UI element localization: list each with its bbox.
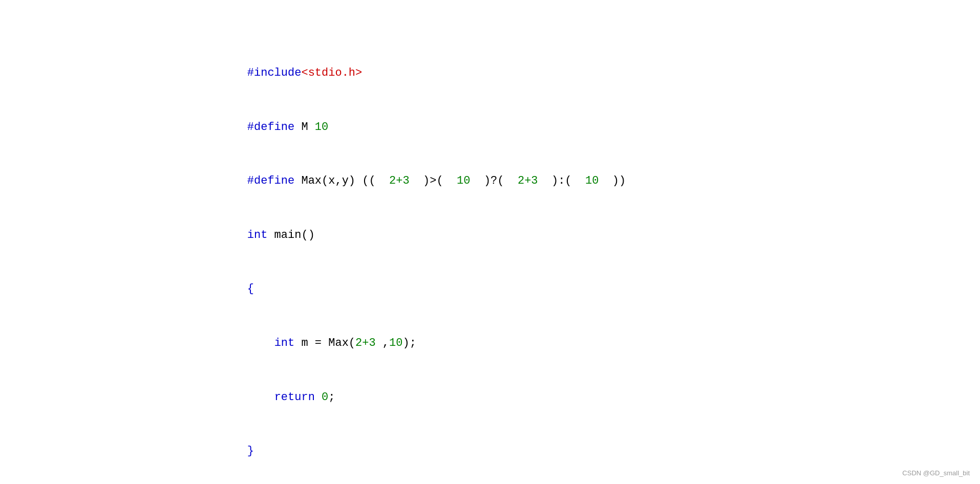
include-arg: <stdio.h> [301,67,362,79]
call-comma: , [376,337,389,349]
macro-y-val-1: 10 [457,174,470,187]
preprocessor-define-2: #define [247,174,294,187]
code-line-5: { [220,262,626,316]
code-line-3: #define Max(x,y) (( 2+3 )>( 10 )?( 2+3 )… [220,154,626,208]
main-signature: main() [267,229,314,241]
macro-body-colon: ):( [538,174,585,187]
define-name-m: M [294,121,315,134]
indent-1 [247,337,274,349]
macro-x-val: 2+3 [389,174,410,187]
macro-x-val-2: 2+3 [518,174,538,187]
code-line-8: } [220,424,626,478]
var-m-assign: m = Max( [294,337,355,349]
define-val-m: 10 [315,121,328,134]
keyword-int-m: int [274,337,295,349]
macro-body-ternary: )?( [471,174,518,187]
keyword-return: return [274,391,315,404]
code-line-6: int m = Max(2+3 ,10); [220,316,626,370]
return-zero: 0 [322,391,328,404]
indent-2 [247,391,274,404]
call-close: ); [402,337,416,349]
preprocessor-define-1: #define [247,121,294,134]
code-block: #include<stdio.h> #define M 10 #define M… [220,46,626,478]
return-semi: ; [328,391,335,404]
keyword-int-main: int [247,229,268,241]
code-line-1: #include<stdio.h> [220,46,626,100]
macro-body-close: )) [599,174,626,187]
code-line-2: #define M 10 [220,100,626,155]
open-brace: { [247,282,254,295]
call-arg-x: 2+3 [355,337,376,349]
return-val [315,391,322,404]
define-macro-name: Max(x,y) [294,174,362,187]
watermark: CSDN @GD_small_bit [902,468,970,479]
close-brace: } [247,445,254,457]
code-line-4: int main() [220,208,626,262]
macro-body-gt: )>( [410,174,457,187]
code-line-7: return 0; [220,370,626,424]
preprocessor-include: #include [247,67,302,79]
call-arg-y: 10 [389,337,402,349]
macro-body-open: (( [362,174,389,187]
macro-y-val-2: 10 [585,174,599,187]
